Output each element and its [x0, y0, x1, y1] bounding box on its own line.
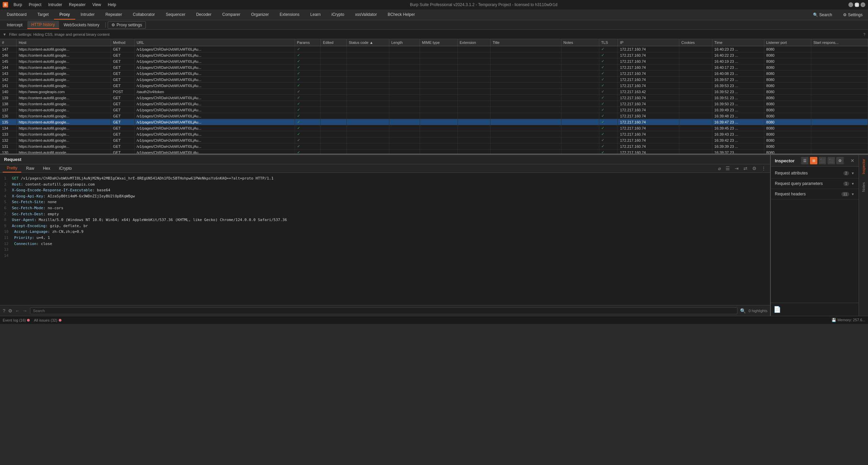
- col-header-tls[interactable]: TLS: [599, 39, 618, 46]
- req-tab-pretty[interactable]: Pretty: [3, 164, 21, 172]
- filter-help-icon[interactable]: ?: [863, 32, 865, 36]
- col-header-mime[interactable]: MIME type: [420, 39, 457, 46]
- sidebar-tab-inspector[interactable]: Inspector: [860, 155, 868, 178]
- menu-repeater[interactable]: Repeater: [66, 2, 88, 8]
- proxy-settings-button[interactable]: ⚙ Proxy settings: [108, 21, 146, 29]
- event-log[interactable]: Event log (16): [3, 318, 30, 322]
- col-header-start[interactable]: Start respons...: [811, 39, 868, 46]
- inspector-section-header-request-headers[interactable]: Request headers 11 ▼: [771, 189, 859, 199]
- minimize-button[interactable]: —: [848, 2, 853, 7]
- col-header-title[interactable]: Title: [491, 39, 561, 46]
- tab-proxy[interactable]: Proxy: [54, 10, 75, 20]
- tab-bcheck[interactable]: BCheck Helper: [382, 10, 420, 20]
- inspector-close-button[interactable]: ✕: [850, 158, 854, 163]
- filter-text[interactable]: Filter settings: Hiding CSS, image and g…: [9, 32, 110, 36]
- inspector-section-header-request-attributes[interactable]: Request attributes 2 ▼: [771, 168, 859, 178]
- inspector-tab-list[interactable]: ☰: [801, 157, 809, 164]
- all-issues[interactable]: All issues (32): [34, 318, 61, 322]
- table-row[interactable]: 145https://content-autofill.google...GET…: [0, 58, 868, 64]
- table-row[interactable]: 144https://content-autofill.google...GET…: [0, 64, 868, 71]
- subtab-http-history[interactable]: HTTP history: [27, 21, 59, 29]
- menu-project[interactable]: Project: [26, 2, 44, 8]
- table-row[interactable]: 137https://content-autofill.google...GET…: [0, 107, 868, 113]
- gear-icon: ⚙: [111, 23, 115, 27]
- tab-collaborator[interactable]: Collaborator: [128, 10, 160, 20]
- subtab-intercept[interactable]: Intercept: [3, 21, 27, 29]
- tab-comparer[interactable]: Comparer: [217, 10, 245, 20]
- col-header-params[interactable]: Params: [295, 39, 321, 46]
- tab-decoder[interactable]: Decoder: [191, 10, 217, 20]
- req-tab-raw[interactable]: Raw: [22, 165, 38, 172]
- http-table-container[interactable]: # Host Method URL Params Edited Status c…: [0, 39, 868, 154]
- subtab-websockets[interactable]: WebSockets history: [60, 21, 104, 29]
- table-row[interactable]: 136https://content-autofill.google...GET…: [0, 113, 868, 119]
- search-input[interactable]: [30, 307, 738, 314]
- sidebar-tab-notes[interactable]: Notes: [860, 178, 868, 196]
- req-tab-hex[interactable]: Hex: [39, 165, 54, 172]
- table-row[interactable]: 134https://content-autofill.google...GET…: [0, 125, 868, 131]
- inspector-doc-icon[interactable]: 📄: [773, 306, 856, 313]
- help-icon[interactable]: ?: [3, 308, 5, 313]
- settings-icon-bottom[interactable]: ⚙: [8, 308, 12, 313]
- inspector-tab-align-center[interactable]: ⬛: [827, 157, 835, 164]
- col-header-url[interactable]: URL: [134, 39, 295, 46]
- tab-target[interactable]: Target: [32, 10, 54, 20]
- col-header-host[interactable]: Host: [17, 39, 111, 46]
- tab-dashboard[interactable]: Dashboard: [1, 10, 32, 20]
- search-tab[interactable]: 🔍 Search: [809, 11, 836, 19]
- tab-repeater[interactable]: Repeater: [100, 10, 127, 20]
- tab-sequencer[interactable]: Sequencer: [160, 10, 191, 20]
- tab-learn[interactable]: Learn: [305, 10, 326, 20]
- table-row[interactable]: 131https://content-autofill.google...GET…: [0, 143, 868, 149]
- inspector-tab-align-left[interactable]: ⬛: [819, 157, 826, 164]
- table-row[interactable]: 138https://content-autofill.google...GET…: [0, 101, 868, 107]
- inspector-settings[interactable]: ⚙: [836, 157, 844, 164]
- table-row[interactable]: 142https://content-autofill.google...GET…: [0, 77, 868, 83]
- close-button[interactable]: ✕: [861, 2, 865, 7]
- inspector-section-header-query-params[interactable]: Request query parameters 1 ▼: [771, 179, 859, 189]
- inspector-tab-split[interactable]: ⊞: [810, 157, 817, 164]
- back-icon[interactable]: ←: [15, 308, 20, 313]
- menu-help[interactable]: Help: [105, 2, 119, 8]
- col-header-ip[interactable]: IP: [618, 39, 679, 46]
- table-row[interactable]: 140https://www.googleapis.comPOST/oauth2…: [0, 89, 868, 95]
- col-header-listener[interactable]: Listener port: [764, 39, 811, 46]
- table-row[interactable]: 143https://content-autofill.google...GET…: [0, 71, 868, 77]
- table-row[interactable]: 141https://content-autofill.google...GET…: [0, 83, 868, 89]
- col-header-cookies[interactable]: Cookies: [679, 39, 712, 46]
- tab-icrypto[interactable]: iCrypto: [326, 10, 350, 20]
- table-row[interactable]: 139https://content-autofill.google...GET…: [0, 95, 868, 101]
- col-header-status[interactable]: Status code ▲: [347, 39, 389, 46]
- tab-intruder[interactable]: Intruder: [75, 10, 100, 20]
- settings-tab[interactable]: ⚙ Settings: [839, 11, 867, 19]
- tab-xssvalidator[interactable]: xssValidator: [350, 10, 382, 20]
- search-execute-icon[interactable]: 🔍: [740, 308, 746, 313]
- format-icon[interactable]: ⇄: [742, 165, 749, 172]
- col-header-edited[interactable]: Edited: [321, 39, 347, 46]
- more-icon[interactable]: ⋮: [760, 165, 767, 172]
- forward-icon[interactable]: →: [23, 308, 27, 313]
- col-header-time[interactable]: Time: [712, 39, 764, 46]
- menu-intruder[interactable]: Intruder: [46, 2, 65, 8]
- col-header-ext[interactable]: Extension: [457, 39, 491, 46]
- table-row[interactable]: 133https://content-autofill.google...GET…: [0, 131, 868, 137]
- col-header-notes[interactable]: Notes: [561, 39, 599, 46]
- tab-organizer[interactable]: Organizer: [246, 10, 274, 20]
- copy-icon[interactable]: ⚙: [751, 165, 758, 172]
- table-row[interactable]: 130https://content-autofill.google...GET…: [0, 149, 868, 154]
- indent-icon[interactable]: ⇥: [733, 165, 740, 172]
- menu-burp[interactable]: Burp: [11, 2, 25, 8]
- tab-extensions[interactable]: Extensions: [274, 10, 305, 20]
- col-header-length[interactable]: Length: [389, 39, 420, 46]
- table-row[interactable]: 146https://content-autofill.google...GET…: [0, 52, 868, 58]
- table-row[interactable]: 132https://content-autofill.google...GET…: [0, 137, 868, 143]
- menu-view[interactable]: View: [89, 2, 104, 8]
- req-tab-icrypto[interactable]: iCrypto: [55, 165, 76, 172]
- table-row[interactable]: 147https://content-autofill.google...GET…: [0, 46, 868, 52]
- col-header-method[interactable]: Method: [111, 39, 134, 46]
- no-wrap-icon[interactable]: ⌀: [717, 165, 722, 172]
- table-row[interactable]: 135https://content-autofill.google...GET…: [0, 119, 868, 125]
- col-header-num[interactable]: #: [0, 39, 17, 46]
- wordwrap-icon[interactable]: ☰: [724, 165, 731, 172]
- maximize-button[interactable]: ⬜: [854, 2, 859, 7]
